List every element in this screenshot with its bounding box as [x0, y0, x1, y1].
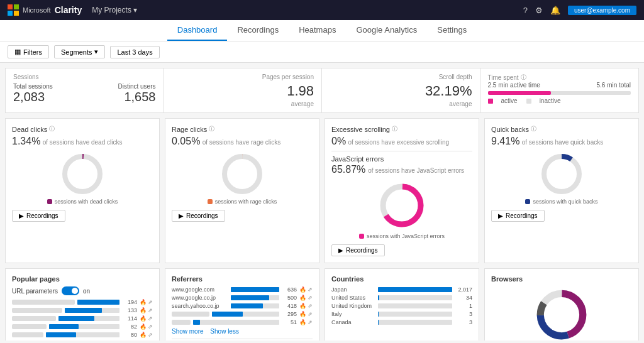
referrers-list: www.google.com 636 🔥 ⇗ www.google.co.jp … — [172, 286, 313, 325]
url-params-label: URL parameters — [12, 288, 58, 295]
dead-clicks-card: Dead clicks ⓘ 1.34% of sessions have dea… — [5, 118, 160, 263]
svg-rect-3 — [14, 11, 19, 16]
question-circle-icon[interactable]: ⚙ — [535, 6, 543, 15]
countries-list: Japan 2,017 United States 34 United King… — [331, 286, 472, 325]
browsers-title: Browsers — [491, 275, 632, 283]
distinct-users-label: Distinct users — [118, 83, 155, 90]
total-sessions-value: 2,083 — [13, 90, 45, 104]
ref-icon-5[interactable]: 🔥 — [299, 319, 306, 325]
scroll-depth-value: 32.19% — [425, 83, 472, 99]
svg-rect-2 — [8, 11, 13, 16]
dead-clicks-recordings-button[interactable]: ▶ Recordings — [12, 210, 65, 222]
referrers-show-more-row: Show more Show less — [172, 328, 313, 335]
list-item: 295 🔥 ⇗ — [172, 311, 313, 317]
quick-backs-pct: 9.41% — [491, 136, 519, 146]
notifications-icon[interactable]: 🔔 — [550, 6, 560, 15]
list-item: Canada 3 — [331, 319, 472, 325]
list-item: 114 🔥 ⇗ — [12, 315, 153, 322]
tab-settings[interactable]: Settings — [427, 20, 477, 41]
help-icon[interactable]: ? — [523, 6, 528, 15]
my-projects-menu[interactable]: My Projects ▾ — [92, 6, 137, 14]
page-icon-4[interactable]: 🔥 — [140, 324, 147, 330]
excessive-scrolling-desc: of sessions have excessive scrolling — [348, 139, 449, 146]
rage-clicks-recordings-button[interactable]: ▶ Recordings — [172, 210, 225, 222]
ref-link-icon-2[interactable]: ⇗ — [308, 295, 313, 301]
nav-icons: ? ⚙ 🔔 user@example.com — [523, 6, 636, 15]
countries-card: Countries Japan 2,017 United States 34 U… — [325, 268, 479, 340]
time-progress-bar — [488, 91, 631, 95]
page-icon-5[interactable]: 🔥 — [140, 332, 147, 338]
excessive-scrolling-pct: 0% — [331, 136, 346, 146]
referrers-show-more-link[interactable]: Show more — [172, 328, 204, 335]
dead-clicks-legend: sessions with dead clicks — [55, 199, 118, 205]
dead-clicks-donut — [60, 152, 104, 196]
rage-clicks-donut — [220, 152, 264, 196]
quick-backs-info-icon: ⓘ — [531, 125, 536, 133]
filter-icon: ▦ — [14, 48, 21, 56]
tab-heatmaps[interactable]: Heatmaps — [289, 20, 346, 41]
filters-button[interactable]: ▦ Filters — [8, 45, 49, 58]
rage-clicks-title: Rage clicks — [172, 126, 207, 133]
dead-clicks-desc: of sessions have dead clicks — [43, 139, 123, 146]
pages-per-session-stat: Pages per session 1.98 average — [164, 68, 323, 112]
ref-icon-1[interactable]: 🔥 — [299, 286, 306, 293]
ref-icon-2[interactable]: 🔥 — [299, 295, 306, 301]
tab-recordings[interactable]: Recordings — [227, 20, 289, 41]
list-item: Japan 2,017 — [331, 286, 472, 293]
ref-link-icon-5[interactable]: ⇗ — [308, 319, 313, 325]
ref-link-icon-3[interactable]: ⇗ — [308, 303, 313, 309]
recording-icon: ▶ — [19, 212, 24, 219]
top-navigation: Microsoft Clarity My Projects ▾ ? ⚙ 🔔 us… — [0, 0, 644, 20]
excessive-scrolling-info-icon: ⓘ — [392, 125, 397, 133]
filter-bar: ▦ Filters Segments ▾ Last 3 days — [0, 41, 644, 63]
quick-backs-title: Quick backs — [491, 126, 529, 133]
dead-clicks-title: Dead clicks — [12, 126, 47, 133]
user-account-button[interactable]: user@example.com — [568, 6, 636, 15]
pages-per-session-value: 1.98 — [287, 83, 314, 99]
page-link-icon-1[interactable]: ⇗ — [148, 299, 153, 305]
browsers-donut — [533, 286, 590, 340]
js-errors-recordings-button[interactable]: ▶ Recordings — [331, 244, 385, 256]
scroll-depth-stat: Scroll depth 32.19% average — [322, 68, 480, 112]
rage-clicks-card: Rage clicks ⓘ 0.05% of sessions have rag… — [165, 118, 319, 263]
rage-clicks-legend: sessions with rage clicks — [215, 199, 277, 205]
page-icon-3[interactable]: 🔥 — [140, 315, 147, 322]
segments-button[interactable]: Segments ▾ — [54, 45, 106, 58]
page-link-icon-2[interactable]: ⇗ — [148, 307, 153, 313]
tab-dashboard[interactable]: Dashboard — [167, 20, 228, 41]
list-item: search.yahoo.co.jp 418 🔥 ⇗ — [172, 303, 313, 309]
dead-clicks-info-icon: ⓘ — [49, 125, 55, 133]
quick-backs-recordings-button[interactable]: ▶ Recordings — [491, 210, 545, 222]
list-item: United States 34 — [331, 295, 472, 301]
date-range-button[interactable]: Last 3 days — [110, 46, 159, 58]
sessions-title: Sessions — [13, 74, 156, 80]
ref-icon-4[interactable]: 🔥 — [299, 311, 306, 317]
url-params-toggle[interactable] — [62, 286, 79, 295]
active-time-label: 2.5 min active time — [488, 82, 540, 89]
tab-google-analytics[interactable]: Google Analytics — [346, 20, 427, 41]
ref-link-icon-4[interactable]: ⇗ — [308, 311, 313, 317]
ref-icon-3[interactable]: 🔥 — [299, 303, 306, 309]
microsoft-logo — [8, 4, 19, 16]
page-link-icon-4[interactable]: ⇗ — [148, 324, 153, 330]
page-link-icon-3[interactable]: ⇗ — [148, 315, 153, 322]
js-errors-pct: 65.87% — [331, 164, 365, 175]
page-icon-1[interactable]: 🔥 — [140, 299, 147, 305]
page-icon-2[interactable]: 🔥 — [140, 307, 147, 313]
referrers-show-less-link[interactable]: Show less — [210, 328, 239, 335]
ms-label: Microsoft — [23, 6, 51, 14]
time-spent-stat: Time spent ⓘ 2.5 min active time 5.6 min… — [480, 68, 639, 112]
rage-clicks-pct: 0.05% — [172, 136, 200, 146]
quick-backs-donut — [540, 152, 584, 196]
app-name: Clarity — [55, 5, 82, 15]
sub-navigation: Dashboard Recordings Heatmaps Google Ana… — [0, 20, 644, 41]
page-link-icon-5[interactable]: ⇗ — [148, 332, 153, 338]
chevron-down-icon: ▾ — [133, 6, 137, 14]
ref-link-icon-1[interactable]: ⇗ — [308, 286, 313, 293]
toggle-on-label: on — [83, 288, 90, 295]
svg-point-4 — [65, 156, 100, 192]
excessive-scrolling-title: Excessive scrolling — [331, 126, 390, 133]
list-item: 82 🔥 ⇗ — [12, 324, 153, 330]
qb-recording-icon: ▶ — [498, 212, 503, 219]
scroll-depth-title: Scroll depth — [439, 74, 472, 80]
